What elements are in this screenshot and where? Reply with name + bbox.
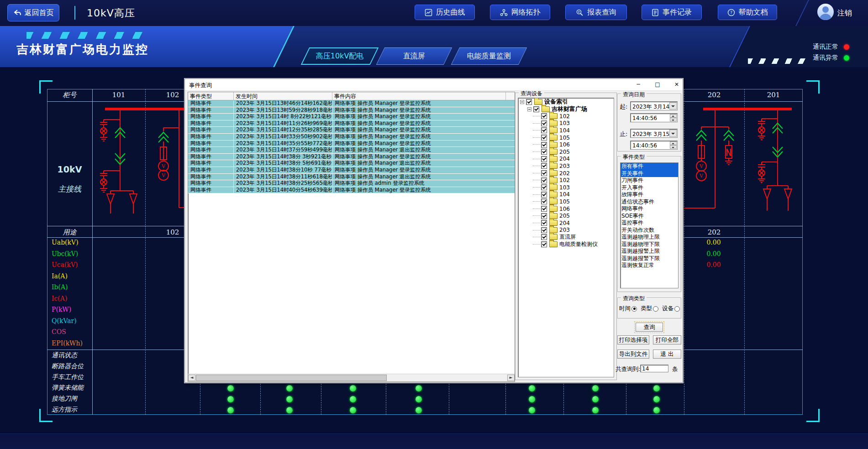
column-header-event-type[interactable]: 事件类型: [188, 92, 234, 100]
list-item[interactable]: 遥测越报警上限: [621, 248, 678, 255]
collapse-icon[interactable]: [520, 100, 524, 104]
tree-device-item[interactable]: 105: [518, 134, 614, 141]
radio-option[interactable]: 设备: [662, 305, 680, 313]
dialog-title-bar[interactable]: 事件查询 ─ □ ✕: [185, 79, 683, 91]
tree-device-item[interactable]: 204: [518, 156, 614, 163]
spin-up-icon[interactable]: [670, 141, 677, 145]
checkbox-checked[interactable]: [541, 198, 547, 204]
list-item[interactable]: 遥测恢复正常: [621, 262, 678, 269]
tab-dc-panel[interactable]: 直流屏: [376, 47, 452, 65]
checkbox-checked[interactable]: [541, 163, 547, 169]
maximize-icon[interactable]: □: [651, 80, 664, 89]
scroll-right-arrow-icon[interactable]: ►: [507, 375, 515, 381]
list-item[interactable]: 遥测越报警下限: [621, 255, 678, 262]
list-item[interactable]: 遥控事件: [621, 219, 678, 227]
tree-device-item[interactable]: 204: [518, 219, 614, 227]
checkbox-checked[interactable]: [541, 135, 547, 141]
list-item[interactable]: 刀闸事件: [621, 177, 678, 184]
tree-device-item[interactable]: 105: [518, 198, 614, 205]
checkbox-checked[interactable]: [541, 178, 547, 183]
tree-device-item[interactable]: 203: [518, 162, 614, 170]
checkbox-checked[interactable]: [541, 220, 547, 226]
horizontal-scrollbar[interactable]: ◄ ►: [188, 374, 515, 381]
tree-device-item[interactable]: 103: [518, 184, 614, 191]
from-date-picker[interactable]: 2023年 3月14日: [630, 101, 678, 110]
spin-up-icon[interactable]: [670, 114, 677, 118]
tree-device-item[interactable]: 205: [518, 212, 614, 219]
list-item[interactable]: 遥测越物理上限: [621, 234, 678, 241]
table-row[interactable]: 网络事件 2023年 3月15日14时11分26秒969毫秒 网络事项 操作员 …: [188, 120, 515, 127]
tree-device-item[interactable]: 203: [518, 227, 614, 234]
logout-button[interactable]: 注销: [837, 9, 852, 18]
tree-device-item[interactable]: 电能质量检测仪: [518, 241, 614, 248]
collapse-icon[interactable]: [527, 107, 531, 111]
list-item[interactable]: 开入事件: [621, 184, 678, 192]
nav-help-doc-button[interactable]: ? 帮助文档: [718, 5, 777, 20]
table-row[interactable]: 网络事件 2023年 3月15日14时38分 5秒691毫秒 网络事项 操作员 …: [188, 160, 515, 167]
table-row[interactable]: 网络事件 2023年 3月15日14时 8分22秒121毫秒 网络事项 操作员 …: [188, 114, 515, 120]
table-row[interactable]: 网络事件 2023年 3月15日14时38分10秒 77毫秒 网络事项 操作员 …: [188, 167, 515, 174]
checkbox-checked[interactable]: [541, 120, 547, 126]
list-item[interactable]: 开关动作次数: [621, 227, 678, 234]
scroll-left-arrow-icon[interactable]: ◄: [188, 375, 195, 381]
checkbox-checked[interactable]: [526, 99, 532, 105]
checkbox-checked[interactable]: [541, 149, 547, 155]
tree-device-item[interactable]: 102: [518, 177, 614, 184]
table-row[interactable]: 网络事件 2023年 3月15日14时12分35秒285毫秒 网络事项 操作员 …: [188, 127, 515, 134]
tree-device-item[interactable]: 202: [518, 170, 614, 177]
checkbox-checked[interactable]: [541, 142, 547, 148]
checkbox-checked[interactable]: [541, 227, 547, 233]
list-item[interactable]: SOE事件: [621, 213, 678, 220]
nav-event-log-button[interactable]: 事件记录: [642, 5, 702, 20]
checkbox-checked[interactable]: [533, 106, 539, 112]
spin-down-icon[interactable]: [670, 118, 677, 121]
radio-button-icon[interactable]: [674, 306, 680, 312]
chevron-down-icon[interactable]: [669, 102, 677, 110]
nav-network-topology-button[interactable]: 网络拓扑: [490, 5, 550, 20]
table-row[interactable]: 网络事件 2023年 3月15日14时38分 3秒921毫秒 网络事项 操作员 …: [188, 154, 515, 161]
table-row[interactable]: 网络事件 2023年 3月15日14时38分25秒565毫秒 网络事项 操作员 …: [188, 180, 515, 187]
result-count-input[interactable]: 14: [640, 365, 668, 372]
checkbox-checked[interactable]: [541, 206, 547, 212]
table-row[interactable]: 网络事件 2023年 3月15日14时37分59秒499毫秒 网络事项 操作员 …: [188, 147, 515, 154]
table-row[interactable]: 网络事件 2023年 3月15日14时40分54秒639毫秒 网络事项 操作员 …: [188, 187, 515, 194]
list-item[interactable]: 所有事件: [621, 163, 678, 170]
table-row[interactable]: 网络事件 2023年 3月15日13时46分14秒162毫秒 网络事项 操作员 …: [188, 100, 515, 107]
checkbox-checked[interactable]: [541, 127, 547, 133]
tree-device-item[interactable]: 106: [518, 141, 614, 148]
list-item[interactable]: 故障事件: [621, 191, 678, 198]
print-selected-button[interactable]: 打印选择项: [617, 335, 649, 345]
tree-device-item[interactable]: 106: [518, 205, 614, 213]
query-button[interactable]: 查询: [636, 323, 663, 332]
spin-down-icon[interactable]: [670, 145, 677, 149]
radio-option[interactable]: 时间: [619, 305, 637, 313]
export-file-button[interactable]: 导出到文件: [617, 350, 649, 359]
tree-device-item[interactable]: 直流屏: [518, 234, 614, 241]
column-header-event-content[interactable]: 事件内容: [332, 92, 506, 100]
checkbox-checked[interactable]: [541, 241, 547, 247]
tree-site-row[interactable]: 吉林财富广场: [518, 105, 614, 113]
tree-root-row[interactable]: 设备索引: [518, 98, 614, 105]
table-row[interactable]: 网络事件 2023年 3月15日14时35分55秒772毫秒 网络事项 操作员 …: [188, 141, 515, 147]
checkbox-checked[interactable]: [541, 156, 547, 162]
tab-power-quality[interactable]: 电能质量监测: [451, 47, 527, 65]
tab-hv-10kv[interactable]: 高压10kV配电: [301, 47, 379, 65]
table-row[interactable]: 网络事件 2023年 3月15日14时38分11秒618毫秒 网络事项 操作员 …: [188, 174, 515, 181]
checkbox-checked[interactable]: [541, 170, 547, 176]
radio-button-icon[interactable]: [631, 306, 637, 312]
user-avatar[interactable]: [817, 4, 834, 20]
column-header-occur-time[interactable]: 发生时间: [234, 92, 332, 100]
nav-history-curve-button[interactable]: 历史曲线: [415, 5, 475, 20]
checkbox-checked[interactable]: [541, 234, 547, 240]
list-item[interactable]: 通信状态事件: [621, 198, 678, 206]
checkbox-checked[interactable]: [541, 213, 547, 219]
exit-button[interactable]: 退 出: [653, 350, 681, 359]
checkbox-checked[interactable]: [541, 113, 547, 119]
tree-device-item[interactable]: 103: [518, 120, 614, 127]
table-row[interactable]: 网络事件 2023年 3月15日14时33分50秒902毫秒 网络事项 操作员 …: [188, 134, 515, 141]
tree-device-item[interactable]: 104: [518, 127, 614, 134]
scrollbar-thumb[interactable]: [196, 375, 387, 381]
list-item[interactable]: 开关事件: [621, 170, 678, 178]
table-row[interactable]: 网络事件 2023年 3月15日13时59分28秒918毫秒 网络事项 操作员 …: [188, 107, 515, 114]
print-all-button[interactable]: 打印全部: [653, 335, 681, 345]
